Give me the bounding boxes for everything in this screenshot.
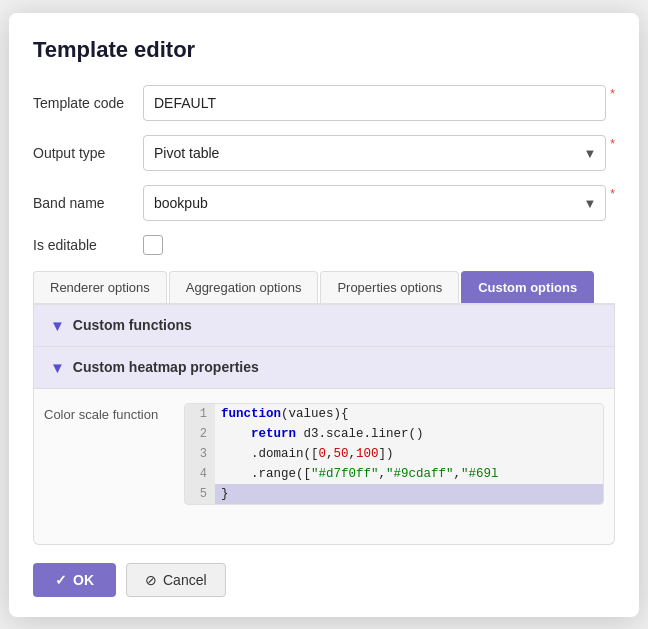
code-content-2: return d3.scale.liner() xyxy=(215,424,430,444)
line-number-5: 5 xyxy=(185,484,215,504)
dialog-title: Template editor xyxy=(33,37,615,63)
custom-heatmap-collapse-icon: ▼ xyxy=(50,359,65,376)
color-scale-code-block[interactable]: 1 function(values){ 2 return d3.scale.li… xyxy=(184,403,604,505)
line-number-3: 3 xyxy=(185,444,215,464)
is-editable-checkbox[interactable] xyxy=(143,235,163,255)
code-line-3: 3 .domain([0,50,100]) xyxy=(185,444,603,464)
code-line-1: 1 function(values){ xyxy=(185,404,603,424)
tab-custom-options[interactable]: Custom options xyxy=(461,271,594,303)
output-type-required: * xyxy=(610,137,615,151)
ok-label: OK xyxy=(73,572,94,588)
code-content-4: .range(["#d7f0ff","#9cdaff","#69l xyxy=(215,464,505,484)
is-editable-row: Is editable xyxy=(33,235,615,255)
line-number-2: 2 xyxy=(185,424,215,444)
custom-functions-accordion[interactable]: ▼ Custom functions xyxy=(34,305,614,347)
color-scale-label: Color scale function xyxy=(44,403,174,422)
color-scale-row: Color scale function 1 function(values){… xyxy=(34,389,614,515)
code-line-4: 4 .range(["#d7f0ff","#9cdaff","#69l xyxy=(185,464,603,484)
output-type-label: Output type xyxy=(33,145,143,161)
dialog-footer: ✓ OK ⊘ Cancel xyxy=(33,563,615,597)
custom-options-tab-content: ▼ Custom functions ▼ Custom heatmap prop… xyxy=(33,305,615,545)
template-code-row: Template code * xyxy=(33,85,615,121)
line-number-4: 4 xyxy=(185,464,215,484)
template-code-input[interactable] xyxy=(143,85,606,121)
custom-heatmap-label: Custom heatmap properties xyxy=(73,359,259,375)
template-code-required: * xyxy=(610,87,615,101)
tab-properties-options[interactable]: Properties options xyxy=(320,271,459,303)
cancel-button[interactable]: ⊘ Cancel xyxy=(126,563,226,597)
tabs-row: Renderer options Aggregation options Pro… xyxy=(33,271,615,305)
code-line-5: 5 } xyxy=(185,484,603,504)
cancel-icon: ⊘ xyxy=(145,572,157,588)
custom-functions-collapse-icon: ▼ xyxy=(50,317,65,334)
code-content-5: } xyxy=(215,484,235,504)
band-name-select[interactable]: bookpub xyxy=(143,185,606,221)
output-type-row: Output type Pivot table ▼ * xyxy=(33,135,615,171)
is-editable-label: Is editable xyxy=(33,237,143,253)
tab-renderer-options[interactable]: Renderer options xyxy=(33,271,167,303)
custom-heatmap-accordion[interactable]: ▼ Custom heatmap properties xyxy=(34,347,614,389)
ok-button[interactable]: ✓ OK xyxy=(33,563,116,597)
code-content-3: .domain([0,50,100]) xyxy=(215,444,400,464)
band-name-label: Band name xyxy=(33,195,143,211)
code-content-1: function(values){ xyxy=(215,404,355,424)
template-editor-dialog: Template editor Template code * Output t… xyxy=(9,13,639,617)
line-number-1: 1 xyxy=(185,404,215,424)
code-line-2: 2 return d3.scale.liner() xyxy=(185,424,603,444)
template-code-label: Template code xyxy=(33,95,143,111)
cancel-label: Cancel xyxy=(163,572,207,588)
tab-aggregation-options[interactable]: Aggregation options xyxy=(169,271,319,303)
output-type-select[interactable]: Pivot table xyxy=(143,135,606,171)
tab-content-area: ▼ Custom functions ▼ Custom heatmap prop… xyxy=(33,305,615,545)
ok-icon: ✓ xyxy=(55,572,67,588)
custom-functions-label: Custom functions xyxy=(73,317,192,333)
output-type-select-wrapper: Pivot table ▼ xyxy=(143,135,606,171)
band-name-row: Band name bookpub ▼ * xyxy=(33,185,615,221)
band-name-required: * xyxy=(610,187,615,201)
band-name-select-wrapper: bookpub ▼ xyxy=(143,185,606,221)
